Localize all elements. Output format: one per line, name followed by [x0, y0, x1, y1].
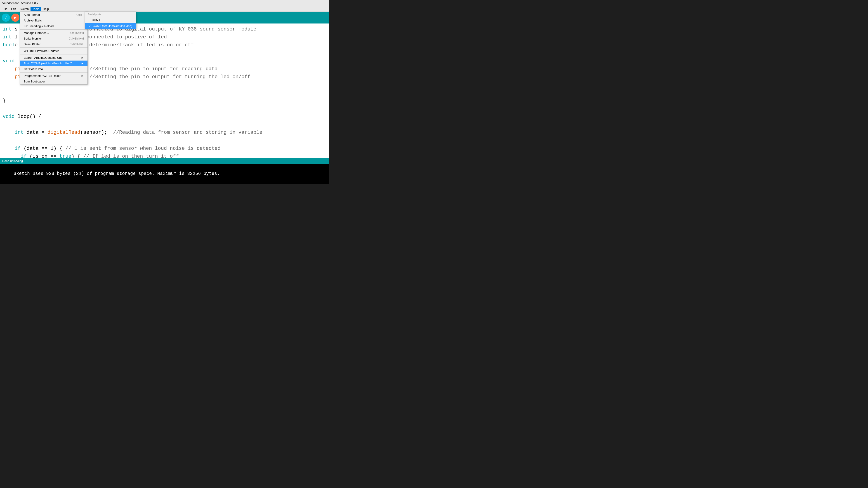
menu-port[interactable]: Port: "COM3 (Arduino/Genuino Uno)" ► [20, 61, 88, 66]
port-com3[interactable]: ✓ COM3 (Arduino/Genuino Uno) [85, 23, 136, 29]
separator-1 [20, 29, 88, 30]
port-submenu: Serial ports COM1 ✓ COM3 (Arduino/Genuin… [85, 12, 136, 29]
status-text: Done uploading. [2, 159, 24, 163]
menu-tools[interactable]: Tools [31, 7, 41, 11]
menu-archive-sketch[interactable]: Archive Sketch [20, 18, 88, 23]
menu-fix-encoding[interactable]: Fix Encoding & Reload [20, 23, 88, 29]
status-bar: Done uploading. [0, 158, 329, 164]
console: Sketch uses 928 bytes (2%) of program st… [0, 164, 329, 184]
tools-dropdown: Auto Format Ctrl+T Archive Sketch Fix En… [20, 12, 88, 85]
menu-board[interactable]: Board: "Arduino/Genuino Uno" ► [20, 55, 88, 61]
upload-button[interactable]: ► [11, 13, 20, 22]
menu-serial-plotter[interactable]: Serial Plotter Ctrl+Shift+L [20, 41, 88, 47]
port-com1[interactable]: COM1 [85, 17, 136, 23]
menu-wifi-updater[interactable]: WiFi101 Firmware Updater [20, 48, 88, 54]
separator-3 [20, 54, 88, 55]
title-bar: soundsensor | Arduino 1.8.7 [0, 0, 329, 6]
menu-auto-format[interactable]: Auto Format Ctrl+T [20, 12, 88, 18]
console-line1: Sketch uses 928 bytes (2%) of program st… [13, 171, 220, 176]
menu-programmer[interactable]: Programmer: "AVRISP mkII" ► [20, 73, 88, 78]
menu-manage-libraries[interactable]: Manage Libraries... Ctrl+Shift+I [20, 30, 88, 36]
port-section-header: Serial ports [85, 12, 136, 17]
menu-get-board-info[interactable]: Get Board Info [20, 66, 88, 72]
title-text: soundsensor | Arduino 1.8.7 [2, 1, 38, 5]
menu-serial-monitor[interactable]: Serial Monitor Ctrl+Shift+M [20, 36, 88, 41]
menu-file[interactable]: File [1, 7, 9, 11]
menu-burn-bootloader[interactable]: Burn Bootloader [20, 78, 88, 84]
menu-help[interactable]: Help [41, 7, 51, 11]
menu-bar: File Edit Sketch Tools Help [0, 6, 329, 12]
verify-button[interactable]: ✓ [2, 13, 10, 22]
menu-sketch[interactable]: Sketch [18, 7, 31, 11]
separator-2 [20, 47, 88, 48]
menu-edit[interactable]: Edit [9, 7, 18, 11]
